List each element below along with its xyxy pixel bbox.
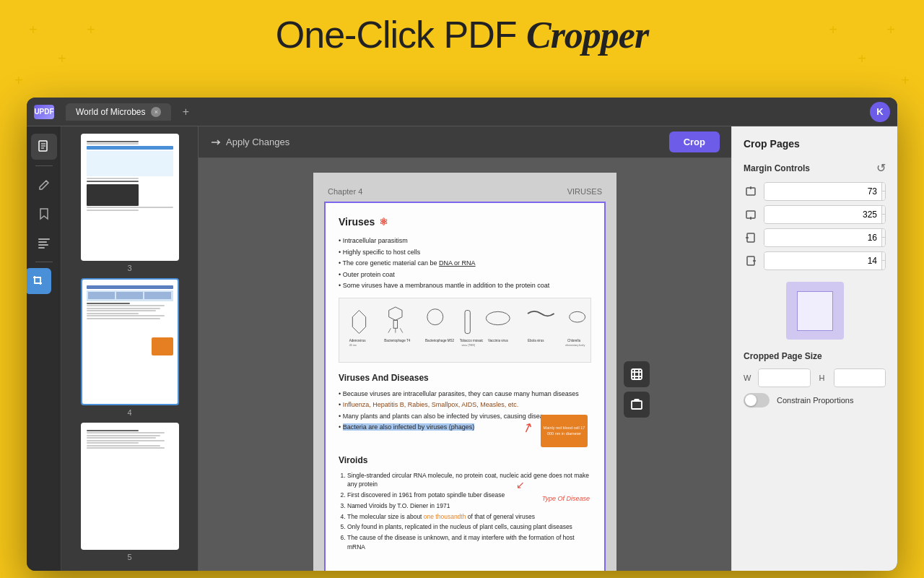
diseases-bullet-1: Because viruses are intracellular parasi… xyxy=(339,389,591,400)
crop-action-panel xyxy=(624,361,650,418)
crop-button[interactable]: Crop xyxy=(669,131,720,152)
crop-corner-tr[interactable] xyxy=(598,202,606,209)
crop-handle-top[interactable] xyxy=(458,202,472,203)
margin-bottom-up[interactable]: ▲ xyxy=(882,206,886,215)
tab-add-button[interactable]: + xyxy=(177,103,194,121)
thumbnail-number-5: 5 xyxy=(127,553,131,561)
width-input-wrap[interactable]: 536 ▲ ▼ xyxy=(758,368,811,387)
margin-top-down[interactable]: ▼ xyxy=(882,191,886,200)
margin-right-input[interactable]: 14 xyxy=(764,253,881,269)
sidebar-icon-crop[interactable] xyxy=(27,268,51,294)
margin-bottom-input-wrap[interactable]: 325 ▲ ▼ xyxy=(764,205,886,224)
width-row: W 536 ▲ ▼ H 468 ▲ ▼ xyxy=(744,368,886,387)
crop-handle-right[interactable] xyxy=(604,389,606,404)
margin-top-input-wrap[interactable]: 73 ▲ ▼ xyxy=(764,182,886,201)
dna-rna-highlight: DNA or RNA xyxy=(439,259,476,267)
apply-changes-button[interactable]: Apply Changes xyxy=(210,137,289,148)
svg-rect-5 xyxy=(38,241,47,243)
svg-point-25 xyxy=(570,311,585,322)
section1-bullet-list: Intracellular parasitism Highly specific… xyxy=(339,236,591,292)
svg-text:45 nm: 45 nm xyxy=(349,343,357,346)
constrain-toggle[interactable] xyxy=(744,393,770,407)
sidebar-divider-1 xyxy=(35,165,53,166)
margin-right-icon xyxy=(744,254,758,268)
svg-rect-7 xyxy=(38,247,45,249)
section1-heading: Viruses ⚛ xyxy=(339,215,591,230)
margin-left-down[interactable]: ▼ xyxy=(882,238,886,246)
thumbnail-image-3 xyxy=(81,134,179,261)
svg-rect-12 xyxy=(393,320,397,328)
constrain-row: Constrain Proportions xyxy=(744,393,886,407)
svg-text:Bacteriophage MS2: Bacteriophage MS2 xyxy=(425,339,455,342)
sidebar-icon-bookmark[interactable] xyxy=(31,201,57,227)
sidebar-icon-text[interactable] xyxy=(31,230,57,256)
svg-rect-33 xyxy=(632,401,642,409)
bullet-item-3: The core genetic material can be DNA or … xyxy=(339,258,591,269)
height-input[interactable]: 468 xyxy=(834,370,886,386)
margin-left-input[interactable]: 16 xyxy=(764,230,881,246)
thumbnail-item-4[interactable]: 4 xyxy=(69,278,191,417)
margin-left-row: 16 ▲ ▼ xyxy=(744,228,886,247)
width-label: W xyxy=(744,374,754,382)
thumbnail-panel: 3 xyxy=(61,126,199,571)
svg-text:Bacteriophage T4: Bacteriophage T4 xyxy=(384,339,410,342)
crop-action-button-2[interactable] xyxy=(624,392,650,418)
right-panel-title: Crop Pages xyxy=(744,138,886,150)
crop-overlay[interactable]: Viruses ⚛ Intracellular parasitism Highl… xyxy=(324,202,606,571)
margin-right-spinners: ▲ ▼ xyxy=(881,252,886,269)
bullet-item-2: Highly specific to host cells xyxy=(339,247,591,259)
thumbnail-number-4: 4 xyxy=(127,408,131,417)
bullet-item-4: Outer protein coat xyxy=(339,269,591,281)
thumbnail-number-3: 3 xyxy=(127,264,131,272)
bullet-item-1: Intracellular parasitism xyxy=(339,236,591,247)
crop-corner-tl[interactable] xyxy=(324,202,331,209)
reset-button[interactable]: ↺ xyxy=(876,161,886,175)
cropped-page-size-label: Cropped Page Size xyxy=(744,351,886,361)
crop-preview-inner xyxy=(797,291,833,331)
margin-right-up[interactable]: ▲ xyxy=(882,252,886,261)
svg-text:Vaccinia virus: Vaccinia virus xyxy=(488,339,509,342)
virus-diagram-svg: Adenovirus 45 nm Bacteriophage T4 xyxy=(339,301,590,359)
margin-top-spinners: ▲ ▼ xyxy=(881,183,886,200)
toggle-knob xyxy=(745,394,757,406)
thumbnail-item-3[interactable]: 3 xyxy=(69,134,191,272)
header: One-Click PDF Cropper xyxy=(0,0,924,67)
crop-handle-left[interactable] xyxy=(324,389,326,404)
margin-bottom-input[interactable]: 325 xyxy=(764,207,881,223)
margin-left-up[interactable]: ▲ xyxy=(882,229,886,238)
viroid-item-4: The molecular size is about one thousand… xyxy=(347,512,591,522)
chapter-label: Chapter 4 xyxy=(328,187,362,196)
toolbar: Apply Changes Crop xyxy=(199,126,731,158)
margin-left-input-wrap[interactable]: 16 ▲ ▼ xyxy=(764,228,886,247)
tab-label: World of Microbes xyxy=(76,107,145,117)
svg-rect-19 xyxy=(465,310,470,333)
margin-controls: 73 ▲ ▼ 325 ▲ xyxy=(744,182,886,270)
margin-top-up[interactable]: ▲ xyxy=(882,183,886,191)
height-label: H xyxy=(819,374,829,382)
width-input[interactable]: 536 xyxy=(759,370,811,386)
thumbnail-item-5[interactable]: 5 xyxy=(69,423,191,561)
sidebar-icon-pages[interactable] xyxy=(31,134,57,160)
margin-right-input-wrap[interactable]: 14 ▲ ▼ xyxy=(764,251,886,270)
sidebar-icon-edit[interactable] xyxy=(31,172,57,198)
margin-bottom-down[interactable]: ▼ xyxy=(882,215,886,223)
height-input-wrap[interactable]: 468 ▲ ▼ xyxy=(834,368,886,387)
pdf-page-header: Chapter 4 VIRUSES xyxy=(313,187,616,203)
svg-point-22 xyxy=(486,311,510,324)
crop-action-button-1[interactable] xyxy=(624,361,650,387)
section3-numbered-list: Single-stranded circular RNA molecule, n… xyxy=(339,471,591,552)
one-thousandth-highlight: one thousandth xyxy=(424,513,466,520)
margin-right-down[interactable]: ▼ xyxy=(882,261,886,269)
margin-right-row: 14 ▲ ▼ xyxy=(744,251,886,270)
title-cursive: Cropper xyxy=(526,14,648,56)
svg-text:Adenovirus: Adenovirus xyxy=(349,339,367,342)
updf-logo-box: UPDF xyxy=(34,105,54,119)
svg-text:elementary body: elementary body xyxy=(565,343,585,346)
constrain-label: Constrain Proportions xyxy=(777,396,853,405)
active-tab[interactable]: World of Microbes × xyxy=(66,103,171,121)
margin-top-input[interactable]: 73 xyxy=(764,184,881,199)
svg-rect-28 xyxy=(632,369,642,379)
tab-close-button[interactable]: × xyxy=(151,107,161,117)
pdf-view[interactable]: Chapter 4 VIRUSES xyxy=(199,158,731,571)
bacteria-phages-highlight: Bacteria are also infected by viruses (p… xyxy=(343,423,475,431)
